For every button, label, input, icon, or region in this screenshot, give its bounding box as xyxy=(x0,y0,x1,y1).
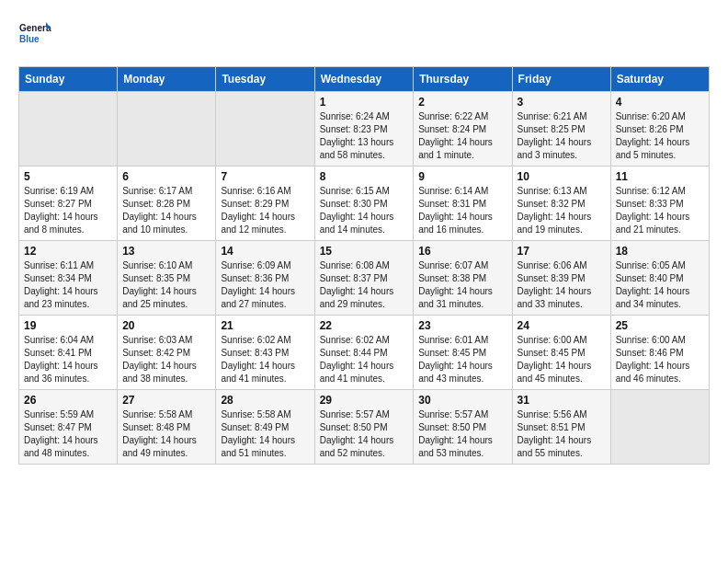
calendar-cell xyxy=(610,390,709,465)
calendar-cell: 26Sunrise: 5:59 AM Sunset: 8:47 PM Dayli… xyxy=(19,390,118,465)
day-number: 10 xyxy=(518,170,606,183)
column-header-wednesday: Wednesday xyxy=(314,67,414,92)
calendar-cell: 4Sunrise: 6:20 AM Sunset: 8:26 PM Daylig… xyxy=(610,92,709,167)
day-info: Sunrise: 5:58 AM Sunset: 8:48 PM Dayligh… xyxy=(122,408,210,460)
calendar-cell: 24Sunrise: 6:00 AM Sunset: 8:45 PM Dayli… xyxy=(512,316,610,390)
calendar-cell: 30Sunrise: 5:57 AM Sunset: 8:50 PM Dayli… xyxy=(414,390,512,465)
calendar-cell: 15Sunrise: 6:08 AM Sunset: 8:37 PM Dayli… xyxy=(314,241,414,316)
day-info: Sunrise: 6:01 AM Sunset: 8:45 PM Dayligh… xyxy=(418,334,506,385)
day-info: Sunrise: 6:20 AM Sunset: 8:26 PM Dayligh… xyxy=(616,110,704,162)
day-number: 1 xyxy=(320,96,409,109)
calendar-cell: 13Sunrise: 6:10 AM Sunset: 8:35 PM Dayli… xyxy=(118,241,216,316)
day-number: 13 xyxy=(122,245,210,258)
day-number: 15 xyxy=(320,245,409,258)
day-info: Sunrise: 6:08 AM Sunset: 8:37 PM Dayligh… xyxy=(320,259,409,311)
day-number: 26 xyxy=(24,394,112,407)
calendar-cell: 6Sunrise: 6:17 AM Sunset: 8:28 PM Daylig… xyxy=(118,167,216,241)
day-info: Sunrise: 6:19 AM Sunset: 8:27 PM Dayligh… xyxy=(24,185,112,236)
calendar-cell xyxy=(19,92,118,167)
logo: General Blue xyxy=(18,18,51,52)
calendar-header: SundayMondayTuesdayWednesdayThursdayFrid… xyxy=(19,67,710,92)
day-number: 6 xyxy=(122,170,210,183)
day-number: 3 xyxy=(518,96,606,109)
week-row-3: 12Sunrise: 6:11 AM Sunset: 8:34 PM Dayli… xyxy=(19,241,710,316)
day-info: Sunrise: 6:10 AM Sunset: 8:35 PM Dayligh… xyxy=(122,259,210,311)
column-header-friday: Friday xyxy=(512,67,610,92)
day-info: Sunrise: 5:57 AM Sunset: 8:50 PM Dayligh… xyxy=(320,408,409,460)
header-row: SundayMondayTuesdayWednesdayThursdayFrid… xyxy=(19,67,710,92)
day-info: Sunrise: 6:24 AM Sunset: 8:23 PM Dayligh… xyxy=(320,110,409,162)
day-info: Sunrise: 6:07 AM Sunset: 8:38 PM Dayligh… xyxy=(418,259,506,311)
calendar-cell: 28Sunrise: 5:58 AM Sunset: 8:49 PM Dayli… xyxy=(216,390,314,465)
day-number: 4 xyxy=(616,96,704,109)
calendar-cell: 21Sunrise: 6:02 AM Sunset: 8:43 PM Dayli… xyxy=(216,316,314,390)
day-number: 22 xyxy=(320,319,409,332)
day-info: Sunrise: 6:00 AM Sunset: 8:45 PM Dayligh… xyxy=(518,334,606,385)
week-row-2: 5Sunrise: 6:19 AM Sunset: 8:27 PM Daylig… xyxy=(19,167,710,241)
day-number: 7 xyxy=(221,170,309,183)
day-number: 31 xyxy=(518,394,606,407)
day-info: Sunrise: 6:12 AM Sunset: 8:33 PM Dayligh… xyxy=(616,185,704,236)
calendar-cell: 8Sunrise: 6:15 AM Sunset: 8:30 PM Daylig… xyxy=(314,167,414,241)
calendar-cell: 22Sunrise: 6:02 AM Sunset: 8:44 PM Dayli… xyxy=(314,316,414,390)
day-info: Sunrise: 6:02 AM Sunset: 8:44 PM Dayligh… xyxy=(320,334,409,385)
day-number: 23 xyxy=(418,319,506,332)
day-number: 16 xyxy=(418,245,506,258)
day-info: Sunrise: 6:15 AM Sunset: 8:30 PM Dayligh… xyxy=(320,185,409,236)
calendar-cell: 5Sunrise: 6:19 AM Sunset: 8:27 PM Daylig… xyxy=(19,167,118,241)
day-info: Sunrise: 6:05 AM Sunset: 8:40 PM Dayligh… xyxy=(616,259,704,311)
page-header: General Blue xyxy=(18,18,710,52)
column-header-thursday: Thursday xyxy=(414,67,512,92)
column-header-sunday: Sunday xyxy=(19,67,118,92)
calendar-cell: 31Sunrise: 5:56 AM Sunset: 8:51 PM Dayli… xyxy=(512,390,610,465)
day-number: 2 xyxy=(418,96,506,109)
day-info: Sunrise: 6:09 AM Sunset: 8:36 PM Dayligh… xyxy=(221,259,309,311)
calendar-cell: 11Sunrise: 6:12 AM Sunset: 8:33 PM Dayli… xyxy=(610,167,709,241)
day-info: Sunrise: 6:16 AM Sunset: 8:29 PM Dayligh… xyxy=(221,185,309,236)
day-number: 28 xyxy=(221,394,309,407)
day-number: 21 xyxy=(221,319,309,332)
week-row-5: 26Sunrise: 5:59 AM Sunset: 8:47 PM Dayli… xyxy=(19,390,710,465)
calendar-cell: 17Sunrise: 6:06 AM Sunset: 8:39 PM Dayli… xyxy=(512,241,610,316)
day-number: 30 xyxy=(418,394,506,407)
calendar-cell: 1Sunrise: 6:24 AM Sunset: 8:23 PM Daylig… xyxy=(314,92,414,167)
calendar-cell: 18Sunrise: 6:05 AM Sunset: 8:40 PM Dayli… xyxy=(610,241,709,316)
calendar-cell: 16Sunrise: 6:07 AM Sunset: 8:38 PM Dayli… xyxy=(414,241,512,316)
calendar-cell: 12Sunrise: 6:11 AM Sunset: 8:34 PM Dayli… xyxy=(19,241,118,316)
day-info: Sunrise: 5:56 AM Sunset: 8:51 PM Dayligh… xyxy=(518,408,606,460)
day-info: Sunrise: 6:02 AM Sunset: 8:43 PM Dayligh… xyxy=(221,334,309,385)
day-info: Sunrise: 5:58 AM Sunset: 8:49 PM Dayligh… xyxy=(221,408,309,460)
day-number: 29 xyxy=(320,394,409,407)
logo-svg: General Blue xyxy=(18,18,51,52)
day-info: Sunrise: 6:03 AM Sunset: 8:42 PM Dayligh… xyxy=(122,334,210,385)
day-info: Sunrise: 6:13 AM Sunset: 8:32 PM Dayligh… xyxy=(518,185,606,236)
column-header-tuesday: Tuesday xyxy=(216,67,314,92)
day-info: Sunrise: 6:11 AM Sunset: 8:34 PM Dayligh… xyxy=(24,259,112,311)
calendar-cell: 9Sunrise: 6:14 AM Sunset: 8:31 PM Daylig… xyxy=(414,167,512,241)
column-header-saturday: Saturday xyxy=(610,67,709,92)
day-number: 11 xyxy=(616,170,704,183)
day-info: Sunrise: 6:17 AM Sunset: 8:28 PM Dayligh… xyxy=(122,185,210,236)
calendar-cell: 14Sunrise: 6:09 AM Sunset: 8:36 PM Dayli… xyxy=(216,241,314,316)
svg-text:Blue: Blue xyxy=(19,34,40,44)
calendar-table: SundayMondayTuesdayWednesdayThursdayFrid… xyxy=(18,66,710,465)
day-info: Sunrise: 6:00 AM Sunset: 8:46 PM Dayligh… xyxy=(616,334,704,385)
day-info: Sunrise: 5:59 AM Sunset: 8:47 PM Dayligh… xyxy=(24,408,112,460)
day-info: Sunrise: 6:22 AM Sunset: 8:24 PM Dayligh… xyxy=(418,110,506,162)
calendar-cell xyxy=(118,92,216,167)
column-header-monday: Monday xyxy=(118,67,216,92)
day-number: 14 xyxy=(221,245,309,258)
day-info: Sunrise: 6:04 AM Sunset: 8:41 PM Dayligh… xyxy=(24,334,112,385)
day-number: 17 xyxy=(518,245,606,258)
day-number: 24 xyxy=(518,319,606,332)
day-number: 20 xyxy=(122,319,210,332)
calendar-cell: 29Sunrise: 5:57 AM Sunset: 8:50 PM Dayli… xyxy=(314,390,414,465)
calendar-cell: 25Sunrise: 6:00 AM Sunset: 8:46 PM Dayli… xyxy=(610,316,709,390)
day-number: 19 xyxy=(24,319,112,332)
calendar-cell: 7Sunrise: 6:16 AM Sunset: 8:29 PM Daylig… xyxy=(216,167,314,241)
calendar-cell: 2Sunrise: 6:22 AM Sunset: 8:24 PM Daylig… xyxy=(414,92,512,167)
day-number: 12 xyxy=(24,245,112,258)
calendar-cell: 10Sunrise: 6:13 AM Sunset: 8:32 PM Dayli… xyxy=(512,167,610,241)
day-info: Sunrise: 6:14 AM Sunset: 8:31 PM Dayligh… xyxy=(418,185,506,236)
calendar-cell: 20Sunrise: 6:03 AM Sunset: 8:42 PM Dayli… xyxy=(118,316,216,390)
